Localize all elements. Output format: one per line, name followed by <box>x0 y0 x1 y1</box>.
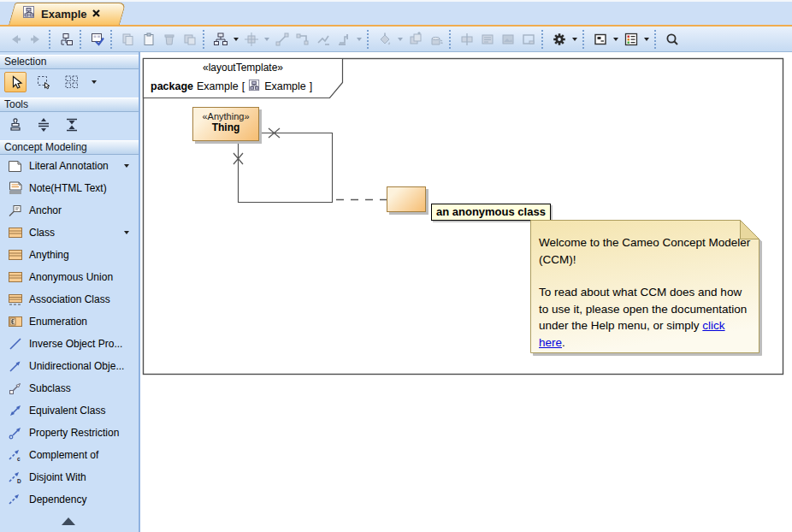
association-class-icon <box>7 293 23 307</box>
dashed-arrow-icon: D <box>7 470 23 485</box>
diagram-tab-bar: Example <box>0 0 792 27</box>
image-shape-button[interactable] <box>498 29 518 50</box>
diagram-windows-button[interactable] <box>590 29 611 50</box>
tab-example[interactable]: Example <box>9 3 120 25</box>
class-thing[interactable]: «Anything» Thing <box>192 107 259 141</box>
note-text: Welcome to the Cameo Concept Modeler (CC… <box>539 234 753 351</box>
palette-item-anchor[interactable]: Anchor <box>0 199 139 222</box>
options-gear-button[interactable] <box>549 29 570 50</box>
search-button[interactable] <box>662 29 683 50</box>
toolbar-separator <box>654 30 658 49</box>
palette-item-class[interactable]: Class <box>0 222 139 244</box>
application-window: Example <box>0 0 792 532</box>
literal-annotation-icon <box>7 159 23 174</box>
paste-button[interactable] <box>139 29 159 50</box>
anonymous-class-shape[interactable] <box>387 186 426 212</box>
copy-button[interactable] <box>118 29 139 50</box>
layout-button[interactable] <box>210 29 231 50</box>
toolbar-separator <box>367 30 370 49</box>
association-loop-line[interactable] <box>239 133 333 203</box>
clear-formatting-button[interactable] <box>426 29 446 50</box>
fill-color-button[interactable] <box>375 29 395 50</box>
palette-item-literal-annotation[interactable]: Literal Annotation <box>0 155 139 177</box>
palette-item-inverse-object-property[interactable]: Inverse Object Pro... <box>0 333 139 355</box>
class-icon <box>7 248 23 263</box>
fill-color-dropdown-caret[interactable] <box>398 38 403 41</box>
palette-item-subclass[interactable]: Subclass <box>0 377 139 399</box>
palette-item-property-restriction[interactable]: Property Restriction <box>0 422 139 444</box>
options-dropdown-caret[interactable] <box>572 38 577 41</box>
tab-close-icon[interactable] <box>92 6 101 21</box>
paste-with-layout-button[interactable] <box>180 29 200 50</box>
note-html-icon <box>7 181 23 196</box>
palette-item-disjoint-with[interactable]: D Disjoint With <box>0 466 139 488</box>
vertical-distribute-tool-button[interactable] <box>33 115 55 135</box>
diagram-windows-dropdown-caret[interactable] <box>613 38 618 41</box>
palette-item-equivalent-class[interactable]: Equivalent Class <box>0 399 139 422</box>
legend-button[interactable] <box>621 29 641 50</box>
dashed-arrow-icon <box>7 493 23 507</box>
palette-item-anonymous-union[interactable]: Anonymous Union <box>0 266 139 288</box>
palette-item-complement-of[interactable]: c Complement of <box>0 444 139 466</box>
class-icon <box>7 226 23 240</box>
chevron-down-icon[interactable] <box>124 231 129 234</box>
anonymous-class-label[interactable]: an anonymous class <box>431 204 551 221</box>
class-stereotype: «Anything» <box>193 111 258 121</box>
same-width-button[interactable] <box>457 29 477 50</box>
svg-text:D: D <box>17 478 21 484</box>
palette-item-association-class[interactable]: Association Class <box>0 288 139 310</box>
palette-section-tools: Tools <box>0 98 139 112</box>
property-arrow-icon <box>7 426 23 440</box>
palette-item-unidirectional-object-property[interactable]: Unidirectional Obje... <box>0 355 139 377</box>
package-keyword: package <box>151 80 193 92</box>
marquee-select-tool-button[interactable] <box>33 72 55 92</box>
align-dropdown-caret[interactable] <box>264 38 269 41</box>
draw-line-button[interactable] <box>272 29 293 50</box>
legend-dropdown-caret[interactable] <box>644 38 649 41</box>
containment-tree-button[interactable] <box>56 29 77 50</box>
vertical-compress-tool-button[interactable] <box>61 115 83 135</box>
palette-section-concept-modeling: Concept Modeling <box>0 140 139 155</box>
bring-to-front-button[interactable] <box>405 29 426 50</box>
palette-section-selection: Selection <box>0 55 139 69</box>
selection-dropdown-caret[interactable] <box>92 80 97 84</box>
oblique-path-button[interactable] <box>313 29 334 50</box>
palette-scroll-up-arrow[interactable] <box>62 517 75 525</box>
diagram-icon <box>22 5 36 22</box>
palette-item-anything[interactable]: Anything <box>0 244 139 266</box>
palette-item-note-html-text[interactable]: Note(HTML Text) <box>0 177 139 199</box>
toolbar-separator <box>80 30 83 49</box>
diagram-palette: Selection Tools Concept Modeling Literal… <box>0 52 140 532</box>
note-paragraph-2: To read about what CCM does and how to u… <box>539 284 753 351</box>
note-paragraph-1: Welcome to the Cameo Concept Modeler (CC… <box>539 234 753 268</box>
diagram-overview-button[interactable] <box>87 29 108 50</box>
toolbar-separator <box>449 30 452 49</box>
palette-item-dependency[interactable]: Dependency <box>0 488 139 511</box>
delete-button[interactable] <box>159 29 180 50</box>
diagram-canvas[interactable]: «layoutTemplate» package Example [ Examp… <box>140 52 792 532</box>
class-icon <box>7 270 23 285</box>
chevron-down-icon[interactable] <box>124 164 129 168</box>
multi-select-tool-button[interactable] <box>61 72 83 92</box>
tab-title: Example <box>41 8 86 21</box>
align-button[interactable] <box>241 29 262 50</box>
anchor-icon <box>7 204 23 218</box>
palette-item-enumeration[interactable]: Enumeration <box>0 310 139 333</box>
note-resize-button[interactable] <box>477 29 498 50</box>
package-header-label: package Example [ Example ] <box>151 79 312 94</box>
welcome-note[interactable]: Welcome to the Cameo Concept Modeler (CC… <box>530 220 759 353</box>
enumeration-icon <box>7 315 23 329</box>
layout-dropdown-caret[interactable] <box>233 38 239 41</box>
stamp-tool-button[interactable] <box>4 115 27 135</box>
line-icon <box>7 337 23 352</box>
package-stereotype: «layoutTemplate» <box>144 62 342 74</box>
back-button[interactable] <box>5 29 26 50</box>
diagram-ref-name: Example <box>264 80 306 92</box>
reroute-dropdown-caret[interactable] <box>357 38 362 41</box>
draw-path-button[interactable] <box>293 29 313 50</box>
select-tool-button[interactable] <box>4 72 27 92</box>
frame-button[interactable] <box>518 29 539 50</box>
reroute-button[interactable] <box>334 29 354 50</box>
forward-button[interactable] <box>26 29 46 50</box>
diagram-ref-icon <box>248 79 261 94</box>
